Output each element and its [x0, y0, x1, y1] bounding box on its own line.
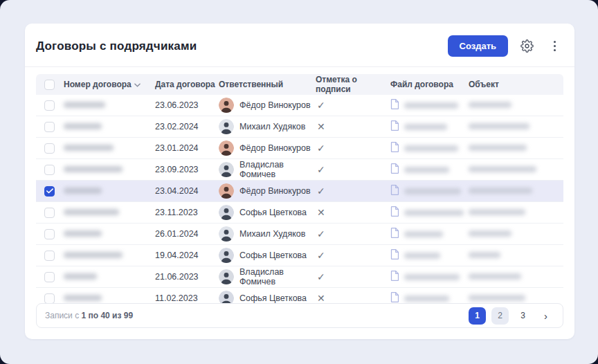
column-header-contract-date[interactable]: Дата договора	[155, 80, 219, 89]
contract-date: 23.11.2023	[155, 208, 219, 217]
signature-mark-icon: ✕	[316, 293, 390, 304]
column-header-contract-number[interactable]: Номер договора	[64, 80, 155, 89]
contract-number-redacted	[64, 251, 155, 260]
row-checkbox[interactable]	[44, 251, 55, 261]
page-button-1[interactable]: 1	[469, 307, 486, 325]
column-header-file[interactable]: Файл договора	[390, 80, 469, 89]
row-checkbox[interactable]	[44, 186, 55, 197]
table-row[interactable]: 26.01.2024 Михаил Худяков ✓	[36, 224, 563, 245]
responsible-name: Софья Цветкова	[239, 293, 307, 303]
card-header: Договоры с подрядчиками Создать	[25, 24, 574, 67]
object-redacted	[469, 251, 563, 260]
contract-number-redacted	[64, 100, 155, 110]
table-row[interactable]: 23.01.2024 Фёдор Винокуров ✓	[36, 138, 563, 159]
contract-number-redacted	[64, 272, 155, 282]
column-header-object[interactable]: Объект	[469, 80, 563, 89]
table-row[interactable]: 23.06.2023 Фёдор Винокуров ✓	[36, 95, 563, 116]
row-checkbox[interactable]	[44, 293, 55, 304]
responsible-name: Фёдор Винокуров	[239, 100, 311, 110]
contract-number-redacted	[64, 122, 155, 131]
column-header-responsible[interactable]: Ответственный	[219, 80, 316, 89]
avatar	[219, 248, 234, 263]
object-redacted	[469, 165, 563, 174]
row-checkbox[interactable]	[44, 165, 55, 175]
contract-date: 26.01.2024	[155, 229, 219, 239]
avatar	[219, 119, 234, 134]
document-icon	[390, 163, 399, 176]
table-row[interactable]: 23.02.2024 Михаил Худяков ✕	[36, 116, 563, 138]
page-button-2[interactable]: 2	[491, 307, 509, 325]
contract-file-redacted	[390, 99, 469, 111]
object-redacted	[469, 122, 563, 131]
kebab-menu-icon	[554, 41, 556, 51]
table-row[interactable]: 23.09.2023 Владислав Фомичев ✓	[36, 159, 563, 181]
contract-date: 23.01.2024	[155, 143, 219, 153]
next-page-button[interactable]: ›	[537, 307, 554, 325]
document-icon	[390, 249, 399, 262]
contract-file-redacted	[390, 142, 469, 154]
contracts-card: Договоры с подрядчиками Создать	[25, 24, 574, 339]
row-checkbox[interactable]	[44, 272, 55, 282]
signature-mark-icon: ✕	[316, 121, 390, 132]
contract-file-redacted	[390, 185, 469, 197]
page-title: Договоры с подрядчиками	[36, 39, 197, 53]
avatar	[219, 140, 234, 156]
contract-file-redacted	[390, 228, 469, 240]
object-redacted	[469, 186, 563, 196]
row-checkbox[interactable]	[44, 229, 55, 239]
contract-date: 11.02.2023	[155, 293, 219, 303]
row-checkbox[interactable]	[44, 208, 55, 218]
contract-number-redacted	[64, 143, 155, 153]
responsible-name: Фёдор Винокуров	[239, 143, 311, 153]
contracts-table: Номер договора Дата договора Ответственн…	[25, 67, 574, 309]
pager: 123›	[469, 307, 554, 325]
document-icon	[390, 185, 399, 197]
responsible-name: Михаил Худяков	[239, 122, 305, 131]
contract-number-redacted	[64, 229, 155, 239]
object-redacted	[469, 293, 563, 303]
row-checkbox[interactable]	[44, 100, 55, 111]
records-count: Записи с 1 по 40 из 99	[45, 311, 133, 320]
signature-mark-icon: ✕	[316, 207, 390, 218]
table-header-row: Номер договора Дата договора Ответственн…	[36, 74, 563, 95]
select-all-checkbox[interactable]	[44, 80, 55, 90]
select-all-cell	[36, 80, 64, 90]
document-icon	[390, 120, 399, 133]
responsible-name: Владислав Фомичев	[239, 160, 316, 179]
object-redacted	[469, 100, 563, 110]
contract-file-redacted	[390, 206, 469, 219]
sort-chevron-down-icon	[134, 80, 141, 89]
settings-button[interactable]	[518, 37, 536, 55]
document-icon	[390, 99, 399, 111]
contract-number-redacted	[64, 186, 155, 196]
page-button-3[interactable]: 3	[514, 307, 532, 325]
document-icon	[390, 228, 399, 240]
signature-mark-icon: ✓	[316, 100, 390, 111]
avatar	[219, 183, 234, 199]
contract-file-redacted	[390, 120, 469, 133]
row-checkbox[interactable]	[44, 143, 55, 154]
contract-date: 19.04.2024	[155, 251, 219, 260]
contract-date: 21.06.2023	[155, 272, 219, 282]
table-row[interactable]: 21.06.2023 Владислав Фомичев ✓	[36, 266, 563, 288]
contract-number-redacted	[64, 293, 155, 303]
more-actions-button[interactable]	[545, 37, 563, 55]
document-icon	[390, 206, 399, 219]
table-row[interactable]: 19.04.2024 Софья Цветкова ✓	[36, 245, 563, 266]
app-background: Договоры с подрядчиками Создать	[0, 0, 598, 364]
table-row[interactable]: 23.11.2023 Софья Цветкова ✕	[36, 202, 563, 224]
contract-file-redacted	[390, 163, 469, 176]
signature-mark-icon: ✓	[316, 143, 390, 154]
column-header-signature[interactable]: Отметка о подписи	[316, 75, 390, 94]
table-body: 23.06.2023 Фёдор Винокуров ✓ 23.02.2024 …	[36, 95, 563, 309]
contract-date: 23.09.2023	[155, 165, 219, 174]
object-redacted	[469, 208, 563, 217]
row-checkbox[interactable]	[44, 122, 55, 132]
contract-date: 23.06.2023	[155, 100, 219, 110]
create-button[interactable]: Создать	[448, 35, 508, 57]
signature-mark-icon: ✓	[316, 271, 390, 282]
signature-mark-icon: ✓	[316, 164, 390, 175]
responsible-name: Михаил Худяков	[239, 229, 305, 239]
responsible-name: Владислав Фомичев	[239, 267, 316, 286]
table-row[interactable]: 23.04.2024 Фёдор Винокуров ✓	[36, 181, 563, 202]
